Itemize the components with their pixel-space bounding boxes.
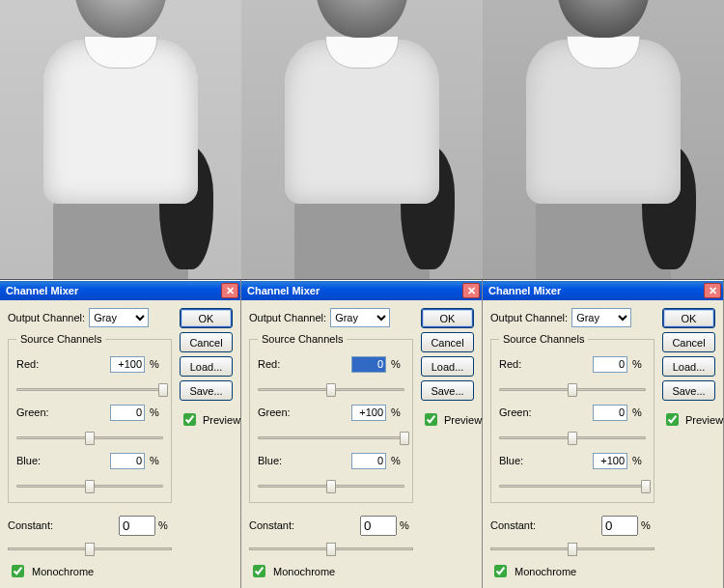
- cancel-button[interactable]: Cancel: [180, 332, 233, 352]
- dialog-title: Channel Mixer: [6, 285, 221, 296]
- panel-red: Channel Mixer ✕ Output Channel: Gray Sou…: [0, 0, 241, 588]
- output-channel-label: Output Channel:: [8, 312, 85, 323]
- close-button[interactable]: ✕: [704, 283, 721, 298]
- green-input[interactable]: [351, 405, 386, 421]
- red-slider[interactable]: [16, 380, 163, 398]
- preview-label: Preview: [685, 414, 723, 426]
- ok-button[interactable]: OK: [421, 308, 474, 328]
- panel-blue: Channel Mixer ✕ Output Channel: Gray Sou…: [483, 0, 724, 588]
- percent-label: %: [632, 455, 646, 466]
- load-button[interactable]: Load...: [421, 356, 474, 377]
- close-icon: ✕: [467, 285, 476, 297]
- preview-image: [241, 0, 483, 280]
- green-label: Green:: [258, 406, 298, 418]
- blue-slider[interactable]: [16, 477, 163, 494]
- preview-image: [0, 0, 241, 280]
- blue-input[interactable]: [351, 453, 386, 469]
- save-button[interactable]: Save...: [662, 380, 715, 401]
- red-label: Red:: [16, 358, 57, 370]
- dialog-title: Channel Mixer: [247, 285, 462, 296]
- red-input[interactable]: [593, 356, 627, 373]
- blue-slider[interactable]: [258, 477, 404, 494]
- percent-label: %: [150, 406, 163, 418]
- percent-label: %: [158, 519, 172, 531]
- green-label: Green:: [16, 406, 57, 418]
- output-channel-select[interactable]: Gray: [571, 308, 631, 327]
- ok-button[interactable]: OK: [180, 308, 233, 328]
- constant-slider[interactable]: [8, 540, 172, 557]
- output-channel-label: Output Channel:: [249, 312, 326, 323]
- monochrome-checkbox[interactable]: [12, 565, 24, 577]
- red-label: Red:: [258, 358, 298, 370]
- save-button[interactable]: Save...: [180, 380, 233, 401]
- channel-mixer-dialog: Channel Mixer ✕ Output Channel: Gray Sou…: [0, 280, 240, 588]
- close-button[interactable]: ✕: [221, 283, 238, 298]
- blue-label: Blue:: [258, 455, 298, 466]
- save-button[interactable]: Save...: [421, 380, 474, 401]
- close-button[interactable]: ✕: [462, 283, 480, 298]
- cancel-button[interactable]: Cancel: [421, 332, 474, 352]
- blue-input[interactable]: [110, 453, 145, 469]
- constant-label: Constant:: [490, 519, 541, 531]
- monochrome-checkbox[interactable]: [494, 565, 507, 577]
- monochrome-label: Monochrome: [273, 566, 335, 577]
- preview-checkbox[interactable]: [666, 413, 679, 426]
- output-channel-select[interactable]: Gray: [330, 308, 390, 327]
- dialog-titlebar[interactable]: Channel Mixer ✕: [241, 281, 482, 300]
- preview-checkbox[interactable]: [425, 413, 437, 426]
- load-button[interactable]: Load...: [662, 356, 715, 377]
- source-channels-group: Source Channels Red: % Green:: [249, 333, 413, 503]
- load-button[interactable]: Load...: [180, 356, 233, 377]
- channel-mixer-dialog: Channel Mixer ✕ Output Channel: Gray Sou…: [241, 280, 482, 588]
- percent-label: %: [150, 455, 163, 466]
- blue-slider[interactable]: [499, 477, 646, 494]
- percent-label: %: [632, 406, 646, 418]
- green-slider[interactable]: [499, 429, 646, 446]
- blue-label: Blue:: [499, 455, 540, 466]
- output-channel-select[interactable]: Gray: [89, 308, 149, 327]
- preview-label: Preview: [444, 414, 482, 426]
- source-channels-legend: Source Channels: [499, 333, 588, 345]
- green-slider[interactable]: [258, 429, 404, 446]
- constant-input[interactable]: [601, 516, 638, 536]
- green-input[interactable]: [593, 405, 627, 421]
- channel-mixer-dialog: Channel Mixer ✕ Output Channel: Gray Sou…: [483, 280, 723, 588]
- red-slider[interactable]: [499, 380, 646, 398]
- percent-label: %: [400, 519, 413, 531]
- preview-label: Preview: [203, 414, 240, 426]
- ok-button[interactable]: OK: [662, 308, 715, 328]
- dialog-titlebar[interactable]: Channel Mixer ✕: [483, 281, 723, 300]
- green-slider[interactable]: [16, 429, 163, 446]
- percent-label: %: [391, 455, 404, 466]
- monochrome-label: Monochrome: [32, 566, 94, 577]
- preview-checkbox[interactable]: [183, 413, 196, 426]
- dialog-title: Channel Mixer: [488, 285, 704, 296]
- monochrome-checkbox[interactable]: [253, 565, 265, 577]
- blue-input[interactable]: [593, 453, 627, 469]
- cancel-button[interactable]: Cancel: [662, 332, 715, 352]
- source-channels-group: Source Channels Red: % Green:: [8, 333, 172, 503]
- constant-input[interactable]: [360, 516, 397, 536]
- green-input[interactable]: [110, 405, 145, 421]
- close-icon: ✕: [226, 285, 235, 297]
- constant-slider[interactable]: [490, 540, 654, 557]
- panel-green: Channel Mixer ✕ Output Channel: Gray Sou…: [241, 0, 483, 588]
- monochrome-label: Monochrome: [515, 566, 576, 577]
- constant-input[interactable]: [119, 516, 155, 536]
- constant-label: Constant:: [249, 519, 299, 531]
- percent-label: %: [632, 358, 646, 370]
- source-channels-legend: Source Channels: [258, 333, 347, 345]
- percent-label: %: [150, 358, 163, 370]
- percent-label: %: [391, 358, 404, 370]
- constant-slider[interactable]: [249, 540, 413, 557]
- red-input[interactable]: [351, 356, 386, 373]
- close-icon: ✕: [709, 285, 717, 297]
- percent-label: %: [391, 406, 404, 418]
- red-slider[interactable]: [258, 380, 404, 398]
- source-channels-group: Source Channels Red: % Green:: [490, 333, 654, 503]
- green-label: Green:: [499, 406, 540, 418]
- preview-image: [483, 0, 724, 280]
- red-input[interactable]: [110, 356, 145, 373]
- percent-label: %: [641, 519, 654, 531]
- dialog-titlebar[interactable]: Channel Mixer ✕: [0, 281, 240, 300]
